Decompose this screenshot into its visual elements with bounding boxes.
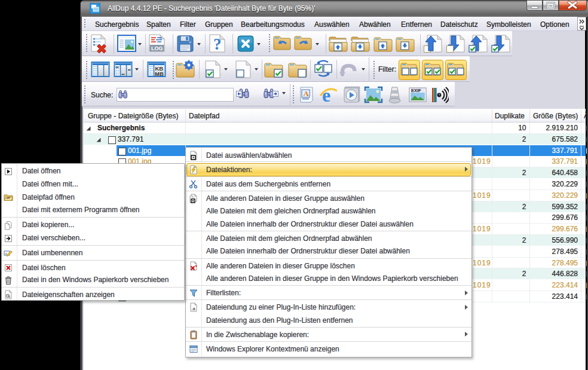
svg-text:.a: .a xyxy=(191,306,195,311)
svg-text:?: ? xyxy=(213,35,222,53)
svg-text:x: x xyxy=(5,252,7,255)
svg-text:MB: MB xyxy=(155,71,164,77)
svg-text:A: A xyxy=(304,89,310,98)
svg-text:EXIF: EXIF xyxy=(411,88,421,93)
svg-text:LOG: LOG xyxy=(151,45,163,51)
